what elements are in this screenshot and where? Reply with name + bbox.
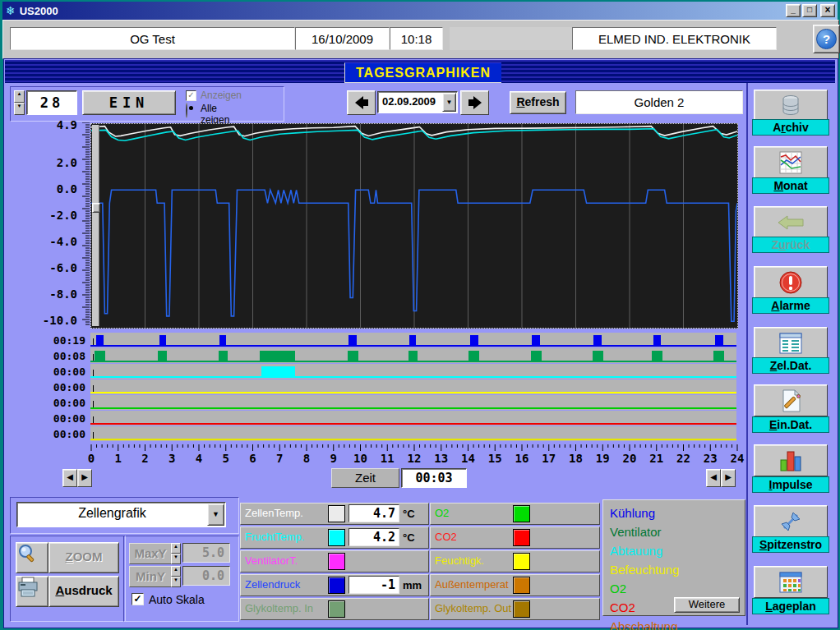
spitzenstrom-label[interactable]: Spitzenstro [752,536,829,553]
sensor-row-ZellenTemp-[interactable]: ZellenTemp.4.7°C [240,503,429,525]
maximize-button[interactable]: □ [802,4,817,17]
weitere-button[interactable]: Weitere [674,597,740,613]
header-bar: OG Test 16/10/2009 10:18 ELMED IND. ELEK… [2,20,839,59]
signal-baseline [90,439,736,440]
miny-spinner[interactable]: ▲▼ [171,566,181,587]
alle-zeigen-radio[interactable]: Alle zeigen [186,102,187,117]
graph-type-dropdown-icon[interactable]: ▼ [207,504,224,526]
signal-row-CO2 [90,411,736,425]
alle-zeigen-label: Alle zeigen [201,103,229,126]
auto-skala-checkbox-box[interactable]: ✓ [132,593,144,605]
x-tick-label: 6 [242,452,264,465]
sensor-row-Feuchtigk-[interactable]: Feuchtigk. [430,550,600,573]
cell-number-field[interactable]: 28 [26,90,77,115]
monat-button[interactable] [754,146,828,178]
signal-start-marker [93,385,94,392]
sensor-color-swatch [328,505,345,522]
scroll-left-icon-2[interactable]: ◀ [706,469,721,487]
zurueck-label[interactable]: Zurück [752,237,829,253]
y-tick-label: 0.0 [13,182,77,195]
sensor-row-VentilatorT-[interactable]: VentilatorT. [240,550,429,573]
sensor-row-Zellendruck[interactable]: Zellendruck-1mm [240,574,429,596]
signal-baseline [90,392,736,393]
ein-state-button[interactable]: EIN [82,90,176,115]
value-slider-track[interactable] [92,125,99,326]
date-dropdown-arrow-icon[interactable]: ▼ [442,93,456,112]
lageplan-button[interactable] [754,566,828,598]
signal-row-Abschaltung [90,426,736,441]
sensor-unit: mm [403,579,422,591]
signal-start-marker [93,370,94,376]
alle-zeigen-radio-circle[interactable] [186,103,187,118]
sensor-row-O2[interactable]: O2 [430,503,600,525]
zoom-button[interactable]: ZOOM [48,542,119,573]
close-button[interactable]: × [820,4,835,17]
minimize-button[interactable]: _ [786,4,801,17]
x-tick-label: 20 [619,452,640,465]
sensor-row-FruchtTemp-[interactable]: FruchtTemp.4.2°C [240,527,429,549]
anzeigen-checkbox-box[interactable]: ✓ [186,90,196,101]
arrow-right-icon [473,96,482,109]
refresh-button[interactable]: Refresh [510,91,566,114]
x-tick-label: 12 [404,452,425,465]
x-tick-label: 22 [673,452,695,465]
sensor-row-Glykoltemp-Out[interactable]: Glykoltemp. Out [430,598,600,620]
alarme-button[interactable] [754,266,828,298]
us2000-window: { "window": { "title": "US2000", "minimi… [0,0,840,630]
scroll-right-buttons[interactable]: ◀ ▶ [706,469,736,487]
monat-label[interactable]: Monat [752,177,829,194]
impulse-label[interactable]: Impulse [752,476,829,493]
help-button[interactable]: ? [813,25,840,53]
scroll-right-icon-2[interactable]: ▶ [721,469,736,487]
next-day-button[interactable] [460,90,489,115]
impulse-button[interactable] [754,444,828,476]
scroll-right-icon[interactable]: ▶ [77,469,92,487]
y-tick-label: 2.0 [13,156,77,169]
graph-type-combo[interactable]: Zellengrafik ▼ [16,502,226,527]
signal-row-Abtauung [90,364,736,379]
spitzenstrom-button[interactable] [754,505,828,537]
archiv-label[interactable]: Archiv [752,119,829,136]
signal-start-marker [93,416,94,423]
x-tick-label: 3 [161,452,182,465]
alarme-label[interactable]: Alarme [752,297,829,314]
signal-pulse [713,351,724,361]
maxy-spinner[interactable]: ▲▼ [171,543,181,564]
sensor-value: 4.7 [348,504,399,522]
value-slider-handle[interactable] [92,203,100,213]
zeldat-label[interactable]: Zel.Dat. [752,357,829,374]
sensor-color-swatch [513,577,530,594]
sensor-row-CO2[interactable]: CO2 [430,527,600,549]
lageplan-label[interactable]: Lageplan [752,598,829,614]
archiv-button[interactable] [754,90,828,122]
zoom-icon-button[interactable] [16,542,48,573]
sensor-color-swatch [513,529,530,546]
sensor-row-Au-entemperat[interactable]: Außentemperat [430,574,600,596]
x-tick-label: 1 [108,452,129,465]
zurueck-button[interactable] [754,206,828,238]
eindat-label[interactable]: Ein.Dat. [752,416,829,433]
zeldat-button[interactable] [754,327,828,359]
layout-plan-icon [778,571,803,594]
legend-panel: KühlungVentilatorAbtauungBefeuchtungO2CO… [602,499,745,616]
current-time-field: 10:18 [390,27,443,50]
cell-number-spinner[interactable]: ▲▼ [14,90,25,115]
y-tick-label: -10.0 [13,314,77,327]
scroll-left-buttons[interactable]: ◀ ▶ [62,469,92,487]
help-question-icon: ? [816,29,837,49]
signal-pulse [531,351,542,361]
sensor-label: FruchtTemp. [245,531,304,543]
print-icon-button[interactable] [16,576,48,607]
miny-value-field[interactable]: 0.0 [182,566,230,586]
maxy-value-field[interactable]: 5.0 [182,543,230,563]
x-tick-label: 11 [376,452,398,465]
auto-skala-label: Auto Skala [149,593,205,606]
previous-day-button[interactable] [347,90,376,115]
x-tick-label: 17 [538,452,560,465]
eindat-button[interactable] [754,384,828,416]
scroll-left-icon[interactable]: ◀ [62,469,77,487]
zeit-value-field[interactable]: 00:03 [401,468,467,488]
sensor-row-Glykoltemp-In[interactable]: Glykoltemp. In [240,598,429,620]
date-select-combo[interactable]: 02.09.2009 ▼ [377,91,458,113]
print-button[interactable]: Ausdruck [48,576,119,607]
